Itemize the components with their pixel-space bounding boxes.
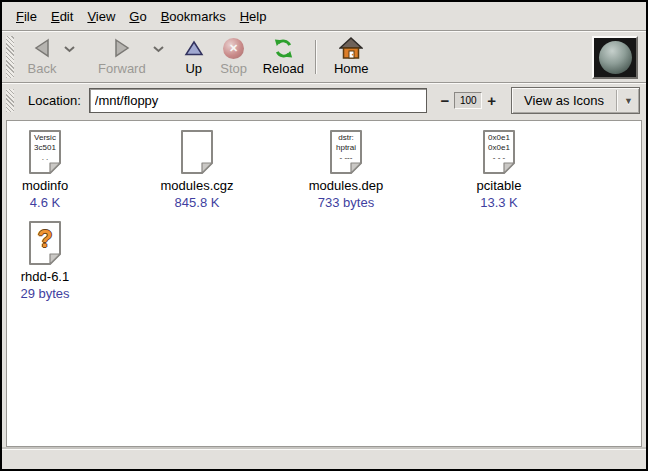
location-label: Location: — [28, 93, 81, 108]
throbber — [592, 36, 638, 79]
content-area[interactable]: Versic3c501. . modinfo 4.6 K modules.cgz… — [6, 120, 642, 447]
file-manager-window: File Edit View Go Bookmarks Help Back Fo… — [0, 0, 648, 471]
zoom-out-button[interactable]: − — [436, 92, 453, 109]
location-bar: Location: − 100 + View as Icons ▼ — [2, 84, 646, 117]
file-name: pcitable — [477, 178, 522, 193]
view-mode-dropdown[interactable]: View as Icons ▼ — [511, 87, 640, 114]
menu-edit[interactable]: Edit — [44, 5, 80, 28]
back-button[interactable]: Back — [20, 34, 64, 80]
home-button[interactable]: Home — [327, 34, 376, 80]
file-item-modules-cgz[interactable]: modules.cgz 845.8 K — [142, 129, 252, 210]
toolbar-separator — [315, 40, 317, 74]
throbber-orb-icon — [599, 41, 632, 74]
file-preview-text: Versic3c501. . — [26, 133, 64, 163]
zoom-level-indicator[interactable]: 100 — [454, 92, 482, 109]
menubar: File Edit View Go Bookmarks Help — [2, 2, 646, 30]
home-label: Home — [334, 61, 369, 76]
text-file-icon: 0x0e10x0e1- - - — [480, 129, 518, 175]
document-icon — [178, 129, 216, 175]
up-icon — [184, 36, 204, 60]
zoom-in-button[interactable]: + — [483, 92, 500, 109]
file-name: modinfo — [22, 178, 68, 193]
reload-icon — [272, 36, 295, 60]
file-name: modules.cgz — [161, 178, 234, 193]
reload-button[interactable]: Reload — [256, 34, 311, 80]
separator — [616, 90, 618, 111]
toolbar: Back Forward Up ✕ Stop — [2, 32, 646, 82]
forward-button[interactable]: Forward — [91, 34, 153, 80]
home-icon — [339, 36, 363, 60]
file-size: 29 bytes — [20, 286, 69, 301]
menu-bookmarks[interactable]: Bookmarks — [154, 5, 233, 28]
file-name: rhdd-6.1 — [21, 269, 69, 284]
forward-label: Forward — [98, 61, 146, 76]
file-size: 733 bytes — [318, 195, 374, 210]
file-preview-text: dstr:hptrai- --- — [327, 133, 365, 163]
text-file-icon: dstr:hptrai- --- — [327, 129, 365, 175]
file-item-rhdd[interactable]: ? rhdd-6.1 29 bytes — [7, 220, 83, 301]
view-mode-label: View as Icons — [524, 93, 616, 108]
file-size: 13.3 K — [480, 195, 518, 210]
file-size: 845.8 K — [175, 195, 220, 210]
status-bar — [2, 449, 646, 469]
back-history-dropdown-icon[interactable] — [64, 46, 75, 53]
menu-view[interactable]: View — [80, 5, 122, 28]
forward-icon — [113, 36, 131, 60]
location-bar-drag-handle[interactable] — [6, 89, 14, 112]
unknown-file-icon: ? — [26, 220, 64, 266]
back-icon — [33, 36, 51, 60]
menu-help[interactable]: Help — [233, 5, 274, 28]
file-name: modules.dep — [309, 178, 383, 193]
stop-icon: ✕ — [223, 36, 244, 60]
file-size: 4.6 K — [30, 195, 60, 210]
stop-button[interactable]: ✕ Stop — [212, 34, 256, 80]
file-preview-text: 0x0e10x0e1- - - — [480, 133, 518, 163]
file-item-modinfo[interactable]: Versic3c501. . modinfo 4.6 K — [7, 129, 83, 210]
question-mark-icon: ? — [26, 226, 64, 252]
file-item-modules-dep[interactable]: dstr:hptrai- --- modules.dep 733 bytes — [296, 129, 396, 210]
menu-go[interactable]: Go — [122, 5, 153, 28]
file-item-pcitable[interactable]: 0x0e10x0e1- - - pcitable 13.3 K — [449, 129, 549, 210]
back-label: Back — [28, 61, 57, 76]
stop-label: Stop — [220, 61, 247, 76]
text-file-icon: Versic3c501. . — [26, 129, 64, 175]
forward-history-dropdown-icon[interactable] — [153, 46, 164, 53]
up-label: Up — [185, 61, 202, 76]
location-input[interactable] — [89, 88, 428, 113]
toolbar-drag-handle[interactable] — [6, 36, 14, 78]
up-button[interactable]: Up — [176, 34, 212, 80]
menu-file[interactable]: File — [9, 5, 44, 28]
reload-label: Reload — [263, 61, 304, 76]
